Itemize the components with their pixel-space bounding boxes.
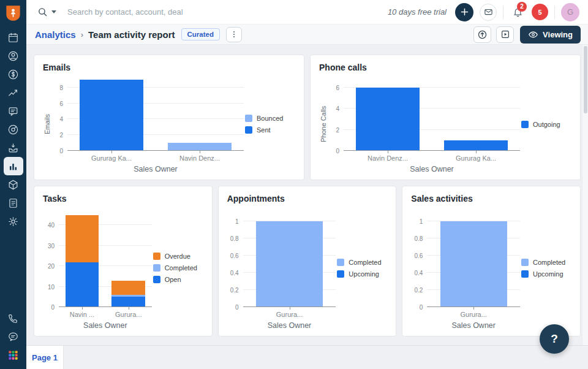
- help-button[interactable]: ?: [540, 324, 569, 354]
- report-options-button[interactable]: [226, 27, 242, 42]
- legend-item: Bounced: [245, 115, 295, 122]
- y-tick-label: 0: [336, 148, 339, 154]
- y-axis-ticks: 02468: [51, 80, 67, 151]
- quick-add-button[interactable]: [455, 3, 473, 21]
- presentation-button[interactable]: [496, 26, 514, 43]
- sidebar-item-chat[interactable]: [4, 327, 23, 346]
- sidebar-item-apps[interactable]: [4, 346, 23, 364]
- notifications-button[interactable]: 2: [510, 4, 526, 20]
- legend-label: Upcoming: [533, 270, 564, 278]
- chart-card-emails: Emails Emails02468Gururag Ka...Navin Den…: [34, 55, 304, 180]
- y-tick-label: 0.8: [414, 235, 423, 242]
- y-tick-label: 10: [48, 283, 55, 290]
- emails-chart: Emails02468Gururag Ka...Navin Denz...Sal…: [43, 75, 295, 173]
- chart: 00.20.40.60.81Gurura...Sales OwnerComple…: [411, 206, 571, 330]
- legend-swatch: [521, 270, 529, 278]
- chart-legend: CompletedUpcoming: [520, 206, 571, 330]
- legend-item: Open: [153, 276, 203, 283]
- bar-segment-outgoing[interactable]: [444, 140, 508, 151]
- sidebar-item-phone[interactable]: [4, 309, 23, 327]
- contacts-icon: [7, 50, 19, 62]
- breadcrumb-separator: ›: [81, 30, 83, 39]
- y-tick-label: 0.4: [230, 269, 239, 276]
- legend-swatch: [337, 259, 344, 266]
- plot-row: 010203040: [43, 206, 152, 307]
- sidebar-item-invoices[interactable]: [4, 194, 23, 212]
- scrollbar-thumb[interactable]: [584, 46, 587, 113]
- y-axis-title: Phone Calls: [319, 75, 328, 173]
- play-slideshow-icon: [500, 29, 510, 39]
- category-tick: [473, 307, 474, 310]
- bar-segment-open[interactable]: [66, 262, 99, 307]
- bar-segment-completed[interactable]: [256, 221, 323, 307]
- category-tick: [388, 151, 388, 153]
- search-icon[interactable]: [37, 7, 48, 17]
- y-tick-label: 0: [420, 304, 423, 311]
- bar-segment-outgoing[interactable]: [356, 88, 420, 151]
- y-tick-label: 2: [336, 126, 339, 133]
- viewing-mode-button[interactable]: Viewing: [520, 26, 581, 44]
- bar-segment-open[interactable]: [111, 297, 145, 307]
- sidebar-item-calendar[interactable]: [4, 28, 23, 47]
- x-tick-label: Gurura...: [243, 311, 336, 318]
- chart-title: Sales activities: [411, 194, 571, 204]
- sidebar-item-goals[interactable]: [4, 120, 23, 139]
- sidebar-item-conversations[interactable]: [4, 102, 23, 120]
- y-tick-label: 6: [59, 100, 63, 107]
- sidebar-item-inbox[interactable]: [4, 139, 23, 157]
- category-slot: [243, 211, 336, 307]
- chat-bubble-icon: [7, 331, 19, 343]
- left-sidebar: [0, 0, 26, 369]
- sidebar-item-trends[interactable]: [4, 83, 23, 102]
- legend-swatch: [245, 115, 252, 122]
- category-slot: [344, 80, 432, 151]
- bar-segment-overdue[interactable]: [66, 215, 99, 262]
- y-axis-ticks: 00.20.40.60.81: [227, 211, 243, 307]
- goals-icon: [7, 124, 19, 135]
- user-avatar[interactable]: G: [561, 3, 579, 21]
- sidebar-item-deals[interactable]: [4, 65, 23, 83]
- x-axis-baseline: [427, 306, 520, 307]
- sidebar-item-analytics[interactable]: [4, 157, 23, 175]
- deals-icon: [7, 69, 19, 80]
- y-tick-label: 0: [59, 148, 63, 154]
- bar: [66, 211, 99, 307]
- legend-label: Open: [165, 276, 181, 283]
- bar: [444, 80, 508, 151]
- category-slot: [432, 80, 520, 151]
- legend-swatch: [521, 121, 529, 128]
- plot-row: 00.20.40.60.81: [411, 206, 520, 307]
- export-report-button[interactable]: [473, 26, 491, 43]
- chart-legend: OverdueCompletedOpen: [152, 206, 203, 330]
- bar-segment-sent[interactable]: [80, 80, 143, 151]
- bar-segment-completed[interactable]: [440, 221, 507, 307]
- search-input[interactable]: [67, 7, 270, 17]
- sidebar-item-products[interactable]: [4, 175, 23, 194]
- sidebar-item-settings[interactable]: [4, 212, 23, 230]
- y-tick-label: 0.6: [230, 252, 239, 259]
- breadcrumb-analytics-link[interactable]: Analytics: [35, 29, 76, 40]
- bar: [256, 211, 323, 307]
- eye-icon: [528, 29, 538, 40]
- chart-card-appointments: Appointments 00.20.40.60.81Gurura...Sale…: [218, 186, 397, 337]
- chart-plot-area: 0246Navin Denz...Gururag Ka...Sales Owne…: [328, 75, 520, 173]
- alerts-count-button[interactable]: 5: [532, 4, 548, 20]
- top-bar: 10 days free trial 2 5 G: [26, 0, 588, 25]
- y-tick-label: 6: [336, 84, 339, 91]
- email-button[interactable]: [480, 4, 497, 21]
- category-tick: [476, 151, 477, 153]
- plot: [59, 211, 152, 307]
- category-slot: [67, 80, 156, 151]
- page-tab-1[interactable]: Page 1: [26, 346, 64, 369]
- chart: Phone Calls0246Navin Denz...Gururag Ka..…: [319, 75, 571, 173]
- legend-label: Bounced: [257, 115, 283, 122]
- bar: [356, 80, 420, 151]
- vertical-scrollbar[interactable]: [582, 45, 588, 345]
- sidebar-item-contacts[interactable]: [4, 47, 23, 65]
- chart-plot-area: 02468Gururag Ka...Navin Denz...Sales Own…: [51, 75, 244, 173]
- bar-segment-overdue[interactable]: [111, 281, 145, 295]
- category-tick: [129, 307, 129, 310]
- y-tick-label: 4: [336, 105, 339, 112]
- search-filter-caret-icon[interactable]: [51, 10, 56, 13]
- bar: [80, 80, 143, 151]
